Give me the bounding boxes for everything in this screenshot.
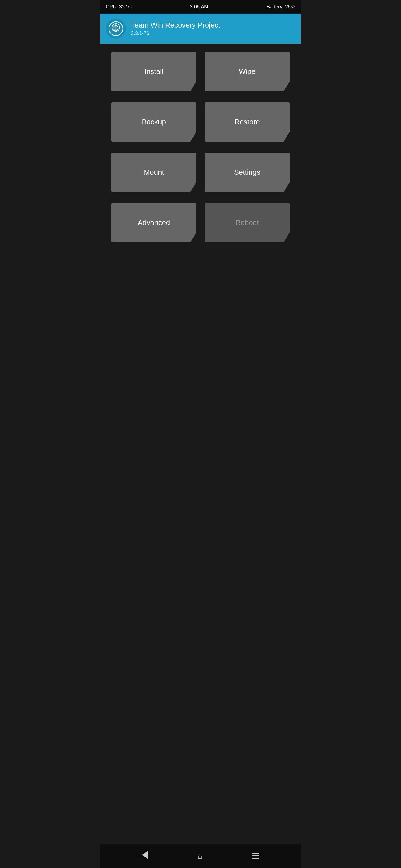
time-status: 3:08 AM (190, 4, 208, 10)
app-version: 3.3.1-76 (131, 31, 220, 36)
restore-button[interactable]: Restore (205, 102, 290, 142)
header-text-group: Team Win Recovery Project 3.3.1-76 (131, 21, 220, 36)
status-bar: CPU: 32 °C 3:08 AM Battery: 28% (100, 0, 301, 13)
home-nav-button[interactable]: ⌂ (192, 849, 208, 863)
menu-icon-line1 (252, 853, 259, 854)
advanced-button[interactable]: Advanced (111, 203, 196, 242)
wipe-button[interactable]: Wipe (205, 52, 290, 91)
main-content: Install Wipe Backup Restore Mount Settin… (100, 44, 301, 844)
reboot-button[interactable]: Reboot (205, 203, 290, 242)
battery-status: Battery: 28% (266, 4, 295, 10)
nav-bar: ⌂ (100, 844, 301, 868)
app-header: Team Win Recovery Project 3.3.1-76 (100, 13, 301, 44)
menu-icon-line2 (252, 856, 259, 856)
back-nav-button[interactable] (136, 849, 153, 863)
app-title: Team Win Recovery Project (131, 21, 220, 30)
button-row-4: Advanced Reboot (111, 203, 290, 242)
menu-nav-button[interactable] (247, 851, 265, 861)
install-button[interactable]: Install (111, 52, 196, 91)
backup-button[interactable]: Backup (111, 102, 196, 142)
button-row-1: Install Wipe (111, 52, 290, 91)
button-row-3: Mount Settings (111, 153, 290, 192)
settings-button[interactable]: Settings (205, 153, 290, 192)
menu-icon-line3 (252, 858, 259, 859)
mount-button[interactable]: Mount (111, 153, 196, 192)
app-logo (106, 19, 126, 39)
home-icon: ⌂ (198, 851, 202, 861)
back-icon (142, 851, 148, 859)
cpu-status: CPU: 32 °C (106, 4, 132, 10)
button-row-2: Backup Restore (111, 102, 290, 142)
